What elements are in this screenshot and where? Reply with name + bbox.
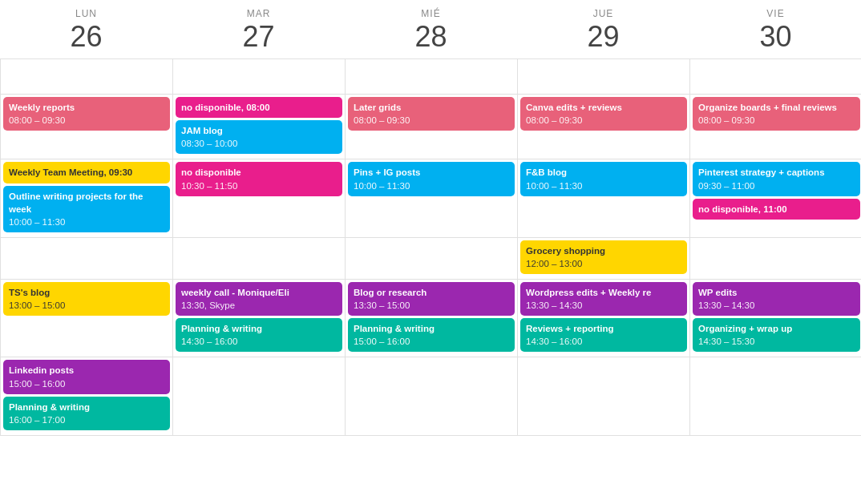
event-time: 13:30 – 14:30 bbox=[526, 299, 681, 312]
event-title: Blog or research bbox=[354, 286, 509, 299]
calendar-event[interactable]: Planning & writing14:30 – 16:00 bbox=[176, 318, 342, 352]
event-time: 13:30 – 14:30 bbox=[698, 299, 855, 312]
event-time: 13:00 – 15:00 bbox=[9, 299, 164, 312]
event-time: 08:30 – 10:00 bbox=[181, 137, 337, 150]
cal-cell-row-0800-1: no disponible, 08:00JAM blog08:30 – 10:0… bbox=[173, 95, 346, 159]
day-num: 28 bbox=[345, 19, 517, 54]
calendar-row-row-evening: Linkedin posts15:00 – 16:00Planning & wr… bbox=[1, 357, 861, 435]
calendar-event[interactable]: JAM blog08:30 – 10:00 bbox=[176, 120, 342, 154]
calendar-event[interactable]: Pinterest strategy + captions09:30 – 11:… bbox=[693, 162, 860, 196]
event-time: 10:00 – 11:30 bbox=[9, 216, 164, 228]
calendar-event[interactable]: Canva edits + reviews08:00 – 09:30 bbox=[520, 97, 687, 131]
day-header-26: LUN 26 bbox=[0, 8, 172, 54]
calendar-event[interactable]: Planning & writing15:00 – 16:00 bbox=[348, 318, 515, 352]
cal-cell-row-empty-top-0 bbox=[1, 59, 173, 95]
calendar-header: LUN 26 MAR 27 MIÉ 28 JUE 29 VIE 30 bbox=[0, 0, 861, 59]
calendar-body: Weekly reports08:00 – 09:30no disponible… bbox=[0, 59, 861, 436]
event-title: F&B blog bbox=[526, 166, 681, 179]
day-abbr: MAR bbox=[172, 8, 345, 19]
cal-cell-row-midday-0 bbox=[1, 238, 173, 280]
event-time: 10:30 – 11:50 bbox=[181, 179, 337, 192]
cal-cell-row-evening-1 bbox=[173, 357, 346, 435]
calendar-event[interactable]: Pins + IG posts10:00 – 11:30 bbox=[348, 162, 515, 196]
cal-cell-row-team-1: no disponible10:30 – 11:50 bbox=[173, 159, 346, 237]
calendar-event[interactable]: Blog or research13:30 – 15:00 bbox=[348, 282, 515, 316]
event-time: 15:00 – 16:00 bbox=[9, 377, 164, 390]
calendar-event[interactable]: Organize boards + final reviews08:00 – 0… bbox=[693, 97, 860, 131]
event-time: 14:30 – 15:30 bbox=[698, 335, 855, 348]
event-title: no disponible, 11:00 bbox=[698, 203, 855, 216]
day-num: 26 bbox=[0, 19, 172, 54]
event-title: Outline writing projects for the week bbox=[9, 190, 164, 216]
calendar-event[interactable]: Wordpress edits + Weekly re13:30 – 14:30 bbox=[520, 282, 687, 316]
calendar-event[interactable]: Outline writing projects for the week10:… bbox=[3, 186, 170, 232]
event-time: 10:00 – 11:30 bbox=[526, 179, 681, 192]
event-title: no disponible bbox=[181, 166, 337, 179]
event-title: Planning & writing bbox=[9, 401, 164, 413]
day-num: 27 bbox=[172, 19, 345, 54]
cal-cell-row-evening-0: Linkedin posts15:00 – 16:00Planning & wr… bbox=[1, 357, 173, 435]
calendar-event[interactable]: no disponible, 11:00 bbox=[693, 199, 860, 220]
event-title: Grocery shopping bbox=[526, 244, 681, 257]
calendar-event[interactable]: Later grids08:00 – 09:30 bbox=[348, 97, 515, 131]
cal-cell-row-0800-2: Later grids08:00 – 09:30 bbox=[346, 95, 518, 159]
event-title: Linkedin posts bbox=[9, 364, 164, 377]
day-header-30: VIE 30 bbox=[689, 8, 861, 54]
calendar-event[interactable]: Linkedin posts15:00 – 16:00 bbox=[3, 360, 170, 393]
event-time: 13:30 – 15:00 bbox=[354, 299, 509, 312]
event-time: 13:30, Skype bbox=[181, 299, 337, 312]
calendar-event[interactable]: Organizing + wrap up14:30 – 15:30 bbox=[693, 318, 860, 352]
cal-cell-row-team-0: Weekly Team Meeting, 09:30Outline writin… bbox=[1, 159, 173, 237]
calendar-event[interactable]: TS's blog13:00 – 15:00 bbox=[3, 282, 170, 316]
calendar-event[interactable]: no disponible, 08:00 bbox=[176, 97, 342, 118]
day-abbr: LUN bbox=[0, 8, 172, 19]
calendar-row-row-0800: Weekly reports08:00 – 09:30no disponible… bbox=[1, 95, 861, 159]
calendar-event[interactable]: WP edits13:30 – 14:30 bbox=[693, 282, 860, 316]
calendar-event[interactable]: Planning & writing16:00 – 17:00 bbox=[3, 397, 170, 430]
calendar-event[interactable]: Grocery shopping12:00 – 13:00 bbox=[520, 240, 687, 274]
event-title: Canva edits + reviews bbox=[526, 101, 681, 114]
cal-cell-row-midday-4 bbox=[690, 238, 861, 280]
event-title: Organizing + wrap up bbox=[698, 322, 855, 335]
cal-cell-row-midday-1 bbox=[173, 238, 346, 280]
cal-cell-row-0800-4: Organize boards + final reviews08:00 – 0… bbox=[690, 95, 861, 159]
calendar-event[interactable]: Weekly reports08:00 – 09:30 bbox=[3, 97, 170, 131]
calendar-event[interactable]: no disponible10:30 – 11:50 bbox=[176, 162, 342, 196]
calendar-row-row-afternoon: TS's blog13:00 – 15:00weekly call - Moni… bbox=[1, 280, 861, 357]
cal-cell-row-afternoon-2: Blog or research13:30 – 15:00Planning & … bbox=[346, 280, 518, 357]
cal-cell-row-team-2: Pins + IG posts10:00 – 11:30 bbox=[346, 159, 518, 237]
day-abbr: VIE bbox=[689, 8, 861, 19]
event-time: 16:00 – 17:00 bbox=[9, 413, 164, 426]
event-time: 08:00 – 09:30 bbox=[698, 114, 855, 127]
calendar: LUN 26 MAR 27 MIÉ 28 JUE 29 VIE 30 Weekl… bbox=[0, 0, 861, 504]
calendar-event[interactable]: Weekly Team Meeting, 09:30 bbox=[3, 162, 170, 183]
calendar-row-row-team: Weekly Team Meeting, 09:30Outline writin… bbox=[1, 159, 861, 237]
event-time: 08:00 – 09:30 bbox=[354, 114, 509, 127]
cal-cell-row-afternoon-0: TS's blog13:00 – 15:00 bbox=[1, 280, 173, 357]
calendar-event[interactable]: F&B blog10:00 – 11:30 bbox=[520, 162, 687, 196]
cal-cell-row-midday-3: Grocery shopping12:00 – 13:00 bbox=[518, 238, 690, 280]
event-title: Weekly reports bbox=[9, 101, 164, 114]
cal-cell-row-empty-top-2 bbox=[346, 59, 518, 95]
event-time: 14:30 – 16:00 bbox=[181, 335, 337, 348]
cal-cell-row-0800-0: Weekly reports08:00 – 09:30 bbox=[1, 95, 173, 159]
event-time: 10:00 – 11:30 bbox=[354, 179, 509, 192]
day-header-29: JUE 29 bbox=[517, 8, 689, 54]
event-time: 08:00 – 09:30 bbox=[526, 114, 681, 127]
calendar-event[interactable]: Reviews + reporting14:30 – 16:00 bbox=[520, 318, 687, 352]
event-title: Pins + IG posts bbox=[354, 166, 509, 179]
event-time: 12:00 – 13:00 bbox=[526, 257, 681, 270]
day-abbr: MIÉ bbox=[345, 8, 517, 19]
cal-cell-row-afternoon-3: Wordpress edits + Weekly re13:30 – 14:30… bbox=[518, 280, 690, 357]
event-title: Planning & writing bbox=[181, 322, 337, 335]
cal-cell-row-evening-4 bbox=[690, 357, 861, 435]
event-time: 14:30 – 16:00 bbox=[526, 335, 681, 348]
calendar-row-row-midday: Grocery shopping12:00 – 13:00 bbox=[1, 238, 861, 280]
day-abbr: JUE bbox=[517, 8, 689, 19]
day-header-27: MAR 27 bbox=[172, 8, 345, 54]
cal-cell-row-empty-top-3 bbox=[518, 59, 690, 95]
calendar-event[interactable]: weekly call - Monique/Eli13:30, Skype bbox=[176, 282, 342, 316]
event-title: Wordpress edits + Weekly re bbox=[526, 286, 681, 299]
cal-cell-row-midday-2 bbox=[346, 238, 518, 280]
event-title: JAM blog bbox=[181, 124, 337, 137]
